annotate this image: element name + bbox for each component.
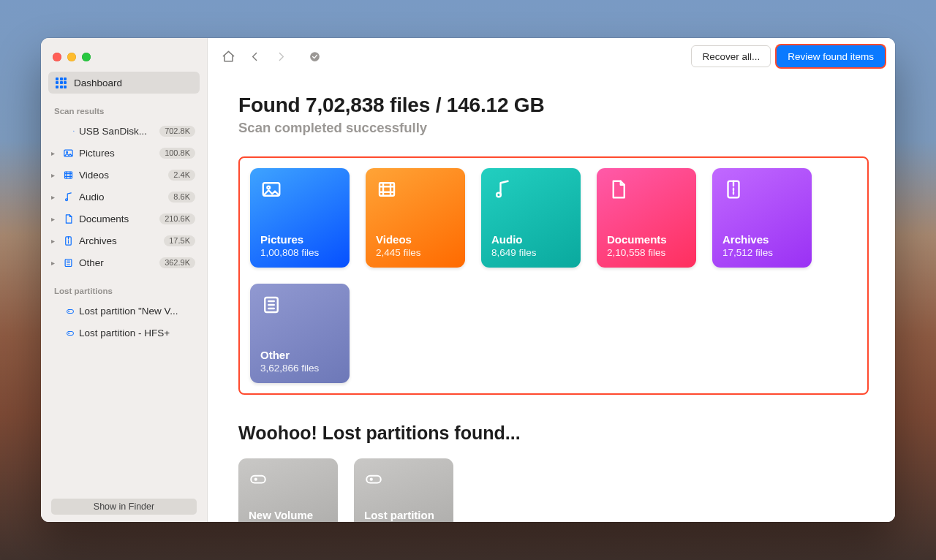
sidebar-item-lost-partition[interactable]: Lost partition - HFS+ [47, 322, 201, 344]
sidebar-item-usb-sandisk-[interactable]: USB SanDisk... 702.8K [47, 120, 201, 142]
sidebar-item-label: Lost partition - HFS+ [79, 328, 195, 338]
card-title: Pictures [260, 233, 339, 246]
toolbar: Recover all... Review found items [208, 38, 895, 75]
card-count: 2,10,558 files [607, 247, 686, 258]
grid-icon [56, 77, 67, 88]
drive-icon [364, 469, 443, 491]
category-card-archives[interactable]: Archives 17,512 files [712, 168, 812, 268]
chevron-right-icon: ▸ [51, 193, 60, 201]
sidebar-item-other[interactable]: ▸ Other 362.9K [47, 251, 201, 273]
show-in-finder-button[interactable]: Show in Finder [51, 499, 197, 515]
sidebar-item-label: Documents [79, 213, 159, 224]
page-subtitle: Scan completed successfully [238, 120, 869, 136]
chevron-right-icon: ▸ [51, 149, 60, 157]
category-card-audio[interactable]: Audio 8,649 files [481, 168, 581, 268]
card-count: 2,445 files [376, 247, 455, 258]
chevron-right-icon: ▸ [51, 237, 60, 245]
other-icon [61, 257, 75, 268]
sidebar: Dashboard Scan results USB SanDisk... 70… [41, 38, 208, 522]
card-title: Archives [722, 233, 801, 246]
partition-name: New Volume [249, 509, 328, 521]
forward-button[interactable] [271, 47, 291, 66]
sidebar-item-label: USB SanDisk... [79, 126, 159, 137]
film-icon [376, 178, 455, 233]
card-title: Videos [376, 233, 455, 246]
sidebar-item-label: Other [79, 257, 159, 268]
review-found-items-button[interactable]: Review found items [777, 45, 885, 67]
minimize-icon[interactable] [67, 53, 76, 61]
chevron-left-icon [249, 50, 261, 63]
drive-icon [61, 306, 75, 317]
category-card-other[interactable]: Other 3,62,866 files [250, 284, 350, 383]
back-button[interactable] [244, 47, 265, 66]
doc-icon [61, 213, 75, 224]
sidebar-item-label: Videos [79, 170, 168, 181]
category-card-pictures[interactable]: Pictures 1,00,808 files [250, 168, 350, 268]
sidebar-section-scan: Scan results [41, 94, 207, 120]
count-badge: 100.8K [159, 148, 195, 159]
count-badge: 8.6K [168, 192, 195, 203]
sidebar-primary: Dashboard [41, 72, 207, 94]
partition-name: Lost partition [364, 509, 443, 521]
home-button[interactable] [218, 47, 238, 66]
category-cards-highlight: Pictures 1,00,808 files Videos 2,445 fil… [238, 156, 869, 395]
sidebar-tree-scan: USB SanDisk... 702.8K▸ Pictures 100.8K▸ … [41, 120, 207, 273]
sidebar-item-label: Archives [79, 235, 164, 246]
count-badge: 210.6K [159, 213, 195, 224]
sidebar-item-label: Lost partition "New V... [79, 306, 195, 317]
card-count: 8,649 files [491, 247, 570, 258]
page-title: Found 7,02,838 files / 146.12 GB [238, 94, 869, 117]
card-count: 1,00,808 files [260, 247, 339, 258]
drive-icon [61, 328, 75, 338]
sidebar-tree-lost: Lost partition "New V... Lost partition … [41, 300, 207, 344]
partition-cards: New Volume Lost partition [238, 458, 869, 522]
card-count: 3,62,866 files [260, 363, 339, 374]
partition-card[interactable]: Lost partition [354, 458, 453, 522]
zip-icon [722, 178, 801, 233]
sidebar-item-videos[interactable]: ▸ Videos 2.4K [47, 164, 201, 186]
zoom-icon[interactable] [82, 53, 91, 61]
sidebar-item-pictures[interactable]: ▸ Pictures 100.8K [47, 142, 201, 164]
zip-icon [61, 235, 75, 246]
note-icon [491, 178, 570, 233]
card-title: Documents [607, 233, 686, 246]
app-window: Dashboard Scan results USB SanDisk... 70… [41, 38, 895, 522]
chevron-right-icon [275, 50, 287, 63]
main: Recover all... Review found items Found … [208, 38, 895, 522]
count-badge: 17.5K [164, 235, 195, 246]
drive-icon [249, 469, 328, 491]
drive-icon [61, 126, 75, 137]
chevron-right-icon: ▸ [51, 171, 60, 179]
image-icon [61, 148, 75, 159]
card-title: Audio [491, 233, 570, 246]
window-controls [41, 53, 207, 72]
status-button[interactable] [304, 47, 325, 66]
note-icon [61, 192, 75, 203]
sidebar-item-dashboard[interactable]: Dashboard [48, 72, 200, 94]
sidebar-item-documents[interactable]: ▸ Documents 210.6K [47, 208, 201, 230]
sidebar-item-audio[interactable]: ▸ Audio 8.6K [47, 186, 201, 208]
sidebar-item-lost-partition[interactable]: Lost partition "New V... [47, 300, 201, 322]
card-count: 17,512 files [722, 247, 801, 258]
sidebar-section-lost: Lost partitions [41, 273, 207, 300]
film-icon [61, 170, 75, 181]
home-icon [222, 50, 235, 64]
sidebar-item-label: Audio [79, 192, 168, 203]
other-icon [260, 294, 339, 349]
recover-all-button[interactable]: Recover all... [691, 45, 771, 67]
partitions-heading: Woohoo! Lost partitions found... [238, 423, 869, 444]
chevron-right-icon: ▸ [51, 259, 60, 267]
category-cards: Pictures 1,00,808 files Videos 2,445 fil… [250, 168, 857, 383]
count-badge: 362.9K [159, 257, 195, 268]
image-icon [260, 178, 339, 233]
close-icon[interactable] [53, 53, 61, 61]
content-scroll[interactable]: Found 7,02,838 files / 146.12 GB Scan co… [208, 75, 891, 522]
sidebar-item-archives[interactable]: ▸ Archives 17.5K [47, 230, 201, 251]
category-card-videos[interactable]: Videos 2,445 files [366, 168, 465, 268]
chevron-right-icon: ▸ [51, 215, 60, 223]
partition-card[interactable]: New Volume [238, 458, 338, 522]
card-title: Other [260, 349, 339, 361]
sidebar-item-label: Dashboard [74, 77, 122, 88]
category-card-documents[interactable]: Documents 2,10,558 files [597, 168, 696, 268]
count-badge: 702.8K [159, 126, 195, 137]
